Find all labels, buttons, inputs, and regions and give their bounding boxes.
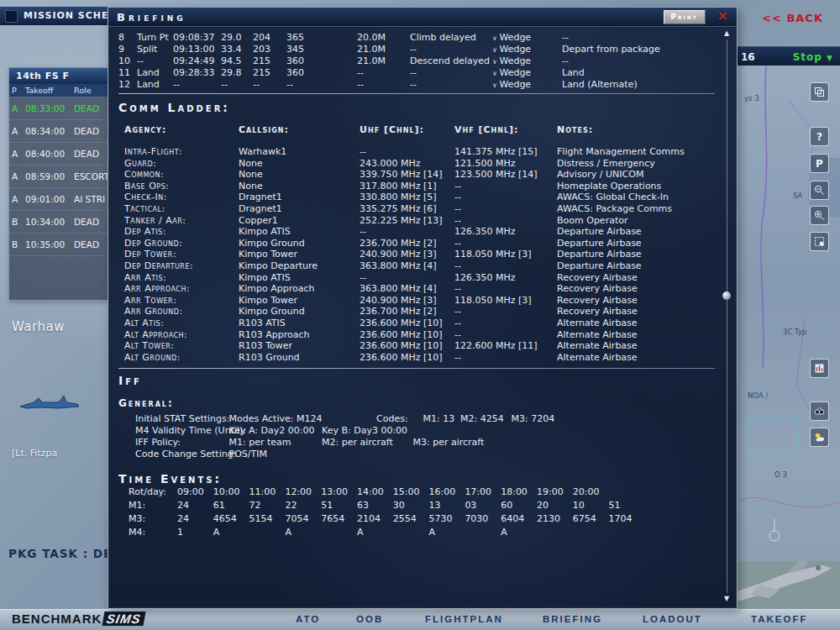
comm-vhf: -- bbox=[454, 203, 557, 215]
fp-speed: 345 bbox=[286, 44, 357, 55]
comm-row: Alt Tower: R103 Tower 236.600 MHz [10] 1… bbox=[124, 340, 715, 352]
print-button[interactable]: Print bbox=[664, 10, 706, 24]
map-layers-button[interactable] bbox=[810, 82, 829, 102]
fp-speed: 365 bbox=[286, 32, 357, 44]
schedule-row[interactable]: A 08:34:00 DEAD bbox=[9, 120, 108, 143]
scrollbar-thumb[interactable] bbox=[722, 291, 731, 300]
te-cell: 5730 bbox=[429, 512, 465, 526]
fp-heading: -- bbox=[253, 79, 286, 91]
comm-callsign: Kimpo Ground bbox=[239, 306, 360, 318]
scrollbar-track[interactable] bbox=[727, 39, 727, 593]
comm-callsign: Kimpo Tower bbox=[239, 295, 360, 307]
fp-dist: 33.4 bbox=[221, 44, 253, 55]
map-chart-button[interactable] bbox=[810, 359, 829, 378]
comm-row: Check-In: Dragnet1 330.800 MHz [5] -- AW… bbox=[124, 192, 715, 203]
section-divider bbox=[118, 368, 715, 369]
te-cell: 1704 bbox=[609, 512, 645, 526]
schedule-row[interactable]: A 08:59:00 ESCORT bbox=[9, 165, 108, 188]
comm-notes: AWACS: Package Comms bbox=[557, 203, 715, 215]
weather-button[interactable] bbox=[810, 428, 829, 447]
comm-row: Dep Ground: Kimpo Ground 236.700 MHz [2]… bbox=[124, 238, 715, 249]
briefing-scrollbar[interactable]: ▲ ▼ bbox=[721, 29, 732, 603]
time-events-title: Time Events: bbox=[118, 472, 715, 486]
comm-uhf: 317.800 MHz [1] bbox=[360, 181, 454, 192]
schedule-row[interactable]: B 10:35:00 DEAD bbox=[9, 234, 108, 256]
te-label: M4: bbox=[129, 526, 177, 539]
comm-notes: Recovery Airbase bbox=[557, 306, 715, 318]
schedule-row[interactable]: B 10:34:00 DEAD bbox=[9, 211, 108, 234]
comm-notes: Alternate Airbase bbox=[557, 352, 715, 364]
fp-comment: Climb delayed bbox=[410, 32, 492, 44]
comm-uhf: 236.700 MHz [2] bbox=[360, 238, 454, 249]
comm-row: Arr Ground: Kimpo Ground 236.700 MHz [2]… bbox=[124, 306, 715, 318]
comm-agency: Intra-Flight: bbox=[124, 146, 239, 158]
fp-heading: 215 bbox=[253, 55, 286, 67]
close-icon[interactable]: ✕ bbox=[717, 10, 728, 24]
zoom-in-button[interactable] bbox=[810, 206, 829, 225]
comm-agency: Dep Ground: bbox=[124, 238, 239, 249]
te-cell: 17:00 bbox=[465, 486, 501, 499]
comm-vhf: -- bbox=[454, 352, 557, 364]
comm-row: Guard: None 243.000 MHz 121.500 MHz Dist… bbox=[124, 158, 715, 170]
schedule-row[interactable]: A 08:40:00 DEAD bbox=[9, 143, 108, 165]
nav-item[interactable]: ATO bbox=[296, 614, 320, 624]
schedule-package: A bbox=[9, 126, 23, 136]
comm-agency: Dep Atis: bbox=[124, 226, 239, 238]
flight-schedule-window: 14th FS F P Takeoff Role A 08:33:00 DEAD… bbox=[8, 67, 109, 301]
schedule-takeoff-time: 08:34:00 bbox=[23, 126, 71, 136]
comm-agency: Common: bbox=[124, 169, 239, 181]
nav-item[interactable]: BRIEFING bbox=[543, 614, 602, 624]
zoom-out-button[interactable] bbox=[810, 181, 829, 200]
fp-comment: Descend delayed bbox=[410, 55, 492, 67]
comm-vhf: 122.600 MHz [11] bbox=[454, 340, 557, 352]
schedule-row[interactable]: A 09:01:00 AI STRI bbox=[9, 188, 108, 211]
fp-time: 09:08:37 bbox=[173, 32, 221, 44]
pilot-name-label: [Lt. Fitzpa bbox=[12, 448, 57, 459]
time-events-row: M3: 24 4654 5154 7054 7654 2104 2554 573… bbox=[129, 512, 715, 526]
comm-vhf: 118.050 MHz [3] bbox=[454, 249, 557, 260]
fp-dist: 94.5 bbox=[221, 55, 253, 67]
comm-uhf: 335.275 MHz [6] bbox=[360, 203, 454, 215]
map-panel[interactable]: ys 3SA3C TypNOA /O 3 ? P bbox=[738, 66, 840, 610]
fp-formation-label: Wedge bbox=[499, 67, 531, 78]
scroll-up-icon[interactable]: ▲ bbox=[721, 29, 732, 38]
map-help-button[interactable]: ? bbox=[810, 127, 829, 146]
iff-title: Iff bbox=[118, 374, 715, 387]
flight-schedule-rows: A 08:33:00 DEAD A 08:34:00 DEAD A 08:40:… bbox=[9, 97, 108, 300]
iff-stat-settings-row: Initial STAT Settings: Modes Active: M12… bbox=[135, 413, 715, 425]
te-cell: 22 bbox=[285, 499, 321, 512]
fp-formation-label: Wedge bbox=[499, 79, 531, 90]
fp-dist: -- bbox=[221, 79, 253, 91]
fp-alt: 21.0M bbox=[357, 55, 410, 67]
schedule-takeoff-time: 09:01:00 bbox=[23, 194, 71, 204]
layers-icon bbox=[814, 87, 825, 97]
recon-button[interactable] bbox=[810, 402, 829, 421]
nav-item[interactable]: OOB bbox=[356, 614, 383, 624]
comm-col-agency: Agency: bbox=[124, 124, 239, 136]
nav-item[interactable]: LOADOUT bbox=[643, 614, 702, 624]
comm-notes: AWACS: Global Check-In bbox=[557, 192, 715, 203]
comm-notes: Departure Airbase bbox=[557, 249, 715, 260]
comm-agency: Dep Tower: bbox=[124, 249, 239, 260]
fp-num: 9 bbox=[118, 44, 137, 55]
comm-row: Alt Atis: R103 ATIS 236.600 MHz [10] -- … bbox=[124, 318, 715, 329]
scroll-down-icon[interactable]: ▼ bbox=[721, 595, 732, 603]
flightplan-row: 8 Turn Pt 09:08:37 29.0 204 365 20.0M Cl… bbox=[118, 32, 715, 44]
schedule-role: DEAD bbox=[71, 126, 108, 136]
te-cell: 18:00 bbox=[501, 486, 537, 499]
briefing-title: Briefing bbox=[117, 11, 186, 24]
nav-item[interactable]: TAKEOFF bbox=[751, 614, 807, 624]
schedule-row[interactable]: A 08:33:00 DEAD bbox=[9, 97, 108, 120]
back-button[interactable]: << BACK bbox=[762, 12, 823, 24]
comm-callsign: None bbox=[239, 169, 360, 181]
fp-speed: 360 bbox=[286, 55, 357, 67]
map-pan-button[interactable]: P bbox=[810, 154, 829, 173]
nav-item[interactable]: FLIGHTPLAN bbox=[425, 614, 503, 624]
te-cell: 12:00 bbox=[285, 486, 321, 499]
comm-vhf: -- bbox=[454, 181, 557, 192]
select-area-button[interactable] bbox=[810, 232, 829, 251]
te-cell: 13 bbox=[429, 499, 465, 512]
sim-stop-control[interactable]: Stop ▼ bbox=[793, 51, 833, 63]
fp-heading: 204 bbox=[253, 32, 286, 44]
te-cell: 6404 bbox=[501, 512, 537, 526]
